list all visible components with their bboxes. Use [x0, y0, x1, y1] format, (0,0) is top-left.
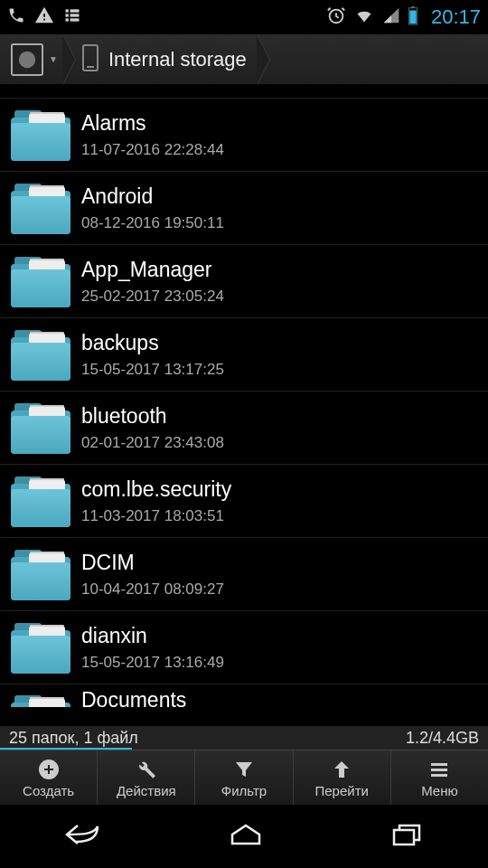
file-name: dianxin: [81, 624, 477, 648]
file-name: DCIM: [81, 551, 477, 575]
file-type: 11-03-2017 18:03:51: [81, 507, 224, 525]
filter-button[interactable]: Фильтр: [195, 750, 293, 805]
file-name: bluetooth: [81, 404, 477, 429]
file-row[interactable]: Android08-12-2016 19:50:11: [0, 172, 488, 245]
goto-label: Перейти: [314, 783, 368, 798]
breadcrumb-label: Internal storage: [108, 48, 247, 71]
phone-handset-icon: [7, 6, 25, 28]
actions-label: Действия: [117, 783, 176, 798]
alarm-icon: [326, 5, 346, 29]
app-root-button[interactable]: ▼: [4, 36, 65, 83]
file-type: 08-12-2016 19:50:11: [81, 214, 224, 232]
storage-usage: 1.2/4.4GB: [406, 729, 479, 748]
filter-label: Фильтр: [221, 783, 267, 798]
file-type: 11-07-2016 22:28:44: [81, 141, 224, 159]
home-button[interactable]: [200, 813, 292, 860]
hamburger-icon: [428, 758, 450, 781]
folder-icon: [9, 108, 72, 161]
file-type: 02-01-2017 23:43:08: [81, 434, 224, 452]
stats-bar: 25 папок, 1 файл 1.2/4.4GB: [0, 726, 488, 750]
recent-apps-button[interactable]: [363, 813, 452, 860]
phone-storage-icon: [81, 43, 99, 76]
svg-rect-5: [70, 18, 80, 21]
svg-rect-3: [70, 14, 80, 16]
folder-icon: [9, 621, 72, 674]
wifi-icon: [353, 6, 375, 28]
breadcrumb-separator-icon: [258, 34, 270, 85]
back-button[interactable]: [36, 813, 128, 860]
svg-rect-4: [66, 18, 69, 21]
breadcrumb-location[interactable]: Internal storage: [76, 34, 259, 85]
file-name: Android: [81, 184, 477, 209]
file-type: 25-02-2017 23:05:24: [81, 288, 224, 306]
svg-rect-8: [411, 6, 415, 8]
warning-icon: [34, 5, 54, 29]
folder-icon: [9, 328, 72, 381]
svg-rect-14: [431, 763, 447, 766]
file-date: 11-03-2017 18:03:51: [81, 507, 224, 524]
breadcrumb-separator-icon: [63, 34, 76, 85]
menu-button[interactable]: Меню: [391, 750, 488, 805]
file-row[interactable]: Documents: [0, 684, 488, 707]
file-name: com.lbe.security: [81, 477, 477, 502]
app-icon: [11, 43, 43, 76]
file-type: 15-05-2017 13:17:25: [81, 361, 224, 379]
file-date: 15-05-2017 13:17:25: [81, 361, 224, 378]
folder-count: 25 папок, 1 файл: [9, 729, 138, 748]
create-button[interactable]: Создать: [0, 750, 98, 805]
file-date: 11-07-2016 22:28:44: [81, 141, 224, 158]
svg-rect-17: [394, 830, 414, 844]
folder-icon: [9, 401, 72, 454]
file-date: 10-04-2017 08:09:27: [81, 580, 224, 598]
file-list[interactable]: 01-12-2016 23:09:10Alarms11-07-2016 22:2…: [0, 85, 488, 726]
file-date: 15-05-2017 13:16:49: [81, 654, 224, 671]
file-name: Alarms: [81, 111, 477, 136]
file-row[interactable]: Alarms11-07-2016 22:28:44: [0, 99, 488, 172]
folder-icon: [9, 475, 72, 527]
file-date: 25-02-2017 23:05:24: [81, 288, 224, 305]
breadcrumb: ▼ Internal storage: [0, 34, 488, 85]
folder-icon: [9, 693, 72, 707]
status-bar: 20:17: [0, 0, 488, 34]
file-row[interactable]: com.lbe.security11-03-2017 18:03:51: [0, 465, 488, 538]
file-row[interactable]: DCIM10-04-2017 08:09:27: [0, 538, 488, 611]
file-date: 08-12-2016 19:50:11: [81, 214, 224, 231]
filter-icon: [233, 758, 255, 781]
file-type: 10-04-2017 08:09:27: [81, 580, 224, 599]
file-row[interactable]: dianxin15-05-2017 13:16:49: [0, 611, 488, 684]
actions-button[interactable]: Действия: [98, 750, 195, 805]
svg-rect-0: [66, 9, 69, 12]
folder-icon: [9, 182, 72, 234]
bottom-toolbar: Создать Действия Фильтр Перейти Меню: [0, 750, 488, 805]
arrow-up-icon: [331, 758, 352, 781]
folder-icon: [9, 255, 72, 307]
svg-rect-16: [431, 774, 447, 777]
folder-icon: [9, 548, 72, 600]
svg-point-10: [19, 51, 35, 67]
file-row[interactable]: bluetooth02-01-2017 23:43:08: [0, 392, 488, 465]
file-row[interactable]: backups15-05-2017 13:17:25: [0, 318, 488, 392]
file-date: 02-01-2017 23:43:08: [81, 434, 224, 451]
file-type: 15-05-2017 13:16:49: [81, 654, 224, 672]
tools-icon: [136, 758, 157, 781]
menu-label: Меню: [421, 783, 458, 798]
file-name: App_Manager: [81, 258, 477, 282]
svg-rect-15: [431, 769, 447, 771]
svg-rect-2: [66, 14, 69, 16]
clock-time: 20:17: [431, 5, 481, 29]
dropdown-icon: ▼: [49, 54, 58, 64]
file-name: Documents: [81, 688, 477, 707]
list-icon: [63, 6, 81, 28]
file-row[interactable]: App_Manager25-02-2017 23:05:24: [0, 245, 488, 318]
goto-button[interactable]: Перейти: [294, 750, 391, 805]
signal-icon: [382, 6, 400, 28]
battery-icon: [408, 5, 418, 29]
create-label: Создать: [23, 783, 74, 798]
file-name: backups: [81, 331, 477, 355]
system-nav-bar: [0, 805, 488, 868]
svg-rect-1: [70, 9, 80, 12]
file-row[interactable]: 01-12-2016 23:09:10: [0, 85, 488, 99]
svg-rect-9: [409, 11, 416, 24]
plus-circle-icon: [38, 758, 60, 781]
